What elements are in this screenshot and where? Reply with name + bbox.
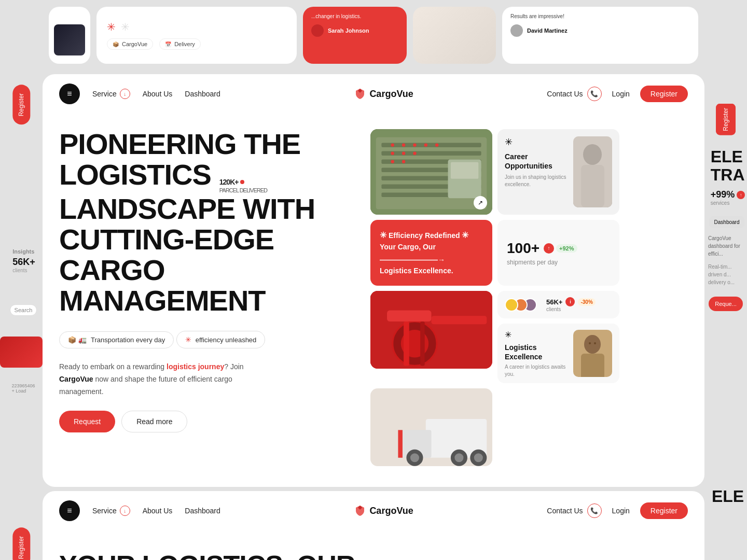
transport-label: Transportation every day [91, 336, 165, 344]
search-partial[interactable]: Search [10, 304, 37, 316]
svg-rect-27 [404, 321, 409, 366]
nav-service-2[interactable]: Service ↓ [92, 506, 130, 516]
menu-icon: ≡ [67, 89, 72, 99]
svg-point-42 [454, 453, 463, 462]
dashboard-side-button[interactable]: Dashboard [709, 216, 745, 228]
svg-rect-23 [581, 165, 604, 207]
left-load: + Load [11, 388, 35, 394]
phone-icon: 📞 [587, 87, 602, 101]
register-right-button[interactable]: Register [716, 104, 736, 135]
right-stat: +99% ↑ [711, 189, 745, 200]
clients-number: 56K+ [546, 298, 562, 306]
login-link[interactable]: Login [612, 90, 630, 98]
menu-button-2[interactable]: ≡ [59, 500, 80, 521]
logo-text: CargoVue [369, 89, 413, 100]
nav-dashboard-label: Dashboard [185, 90, 220, 98]
contact-us-button-2[interactable]: Contact Us 📞 [547, 503, 601, 518]
nav-dashboard-label-2: Dashboard [185, 507, 220, 515]
person-svg [573, 136, 612, 207]
menu-button[interactable]: ≡ [59, 83, 80, 104]
svg-point-12 [424, 143, 427, 146]
request-button[interactable]: Request [59, 411, 115, 432]
truck-icon: 🚛 [78, 336, 87, 344]
stat-number: 120K+ [219, 177, 239, 187]
contact-us-label: Contact Us [547, 90, 583, 98]
register-button-2[interactable]: Register [640, 502, 688, 519]
excellence-asterisk: ✳ [505, 330, 568, 340]
excellence-content: ✳ Logistics Excellence A career in logis… [505, 330, 568, 377]
sparkle-icon-1: ✳ [107, 21, 116, 33]
hero-right-grid: ↗ ✳ Career Opportunities Join us in shap… [370, 129, 619, 466]
nav-about-2[interactable]: About Us [143, 507, 173, 515]
excellence-person-image [573, 330, 612, 377]
svg-point-35 [594, 342, 596, 344]
excellence-card: ✳ Logistics Excellence A career in logis… [497, 324, 619, 383]
second-hero: YOUR LOGISTICS, OUR EXCELLENCE From supp… [43, 530, 704, 560]
left-stat-label: clients [12, 268, 35, 273]
cargovu-tag: 📦 CargoVue [107, 38, 153, 50]
contact-us-label-2: Contact Us [547, 507, 583, 515]
main-section-2: ≡ Service ↓ About Us Dashboard [43, 491, 704, 560]
sparkle-icon-2: ✳ [121, 21, 130, 33]
svg-point-18 [402, 160, 405, 163]
nav-about[interactable]: About Us [143, 90, 173, 98]
shipments-up-icon: ↑ [544, 243, 554, 254]
login-link-2[interactable]: Login [612, 507, 630, 515]
career-card: ✳ Career Opportunities Join us in shapin… [497, 129, 619, 215]
service-dropdown-icon-2: ↓ [120, 506, 130, 516]
clients-card: 56K+ i -30% clients [497, 291, 619, 318]
register-button[interactable]: Register [640, 86, 688, 102]
right-partial-text-3: ELE [712, 487, 744, 506]
right-content-text-2: Real-tim... driven d... delivery o... [706, 263, 745, 286]
service-dropdown-icon: ↓ [120, 89, 130, 99]
nav-dashboard[interactable]: Dashboard [185, 90, 220, 98]
menu-icon-2: ≡ [67, 506, 72, 515]
career-asterisk-icon: ✳ [505, 136, 568, 148]
shipments-number: 100+ [507, 240, 540, 257]
efficiency-star: ✳ [185, 335, 191, 344]
avatar-group [505, 298, 537, 312]
right-partial-text-2: TRA [711, 166, 745, 184]
main-section-1: ≡ Service ↓ About Us Dashboard [43, 74, 704, 487]
efficiency-tag: ✳ efficiency unleashed [176, 331, 266, 348]
hero-title: PIONEERING THE LOGISTICS 120K+ parcel de… [59, 129, 360, 316]
register-side-button[interactable]: Register [12, 85, 30, 125]
nav-about-label: About Us [143, 90, 173, 98]
phone-icon-2: 📞 [587, 503, 602, 518]
nav-service[interactable]: Service ↓ [92, 89, 130, 99]
aerial-link-icon: ↗ [474, 196, 487, 209]
career-desc: Join us in shaping logistics excellence. [505, 174, 568, 188]
stat-dot [240, 180, 244, 184]
svg-rect-30 [432, 316, 487, 324]
logo-icon-2 [354, 505, 366, 517]
svg-point-15 [402, 152, 405, 155]
brand-logo-2[interactable]: CargoVue [354, 505, 413, 517]
read-more-button[interactable]: Read more [121, 411, 187, 432]
left-number: 223965406 [11, 383, 35, 388]
truck-card-bottom [370, 388, 492, 466]
nav-service-label: Service [92, 90, 117, 98]
truck-top-image [54, 24, 85, 55]
svg-point-13 [435, 143, 438, 146]
box-icon: 📦 [68, 336, 76, 344]
svg-point-10 [402, 143, 405, 146]
excellence-desc: A career in logistics awaits you. [505, 363, 568, 378]
contact-us-button[interactable]: Contact Us 📞 [547, 87, 601, 101]
svg-point-22 [583, 144, 602, 165]
svg-point-34 [589, 342, 591, 344]
author-avatar-1 [311, 24, 324, 37]
request-side-button[interactable]: Reque... [709, 297, 743, 311]
svg-rect-28 [420, 321, 425, 366]
svg-point-9 [391, 143, 394, 146]
brand-logo[interactable]: CargoVue [354, 88, 413, 100]
nav-dashboard-2[interactable]: Dashboard [185, 507, 220, 515]
testimonial-card-red: ...changer in logistics. Sarah Johnson [303, 7, 407, 64]
shipments-label: shipments per day [507, 259, 610, 266]
delivery-tag: 📅 Delivery [159, 38, 201, 50]
truck-side-image [0, 337, 43, 368]
aerial-warehouse-card: ↗ [370, 129, 492, 215]
author-name-2: David Martinez [527, 27, 568, 34]
register-side-button-2[interactable]: Register [12, 528, 30, 560]
author-avatar-2 [510, 24, 523, 37]
svg-rect-2 [381, 143, 481, 147]
